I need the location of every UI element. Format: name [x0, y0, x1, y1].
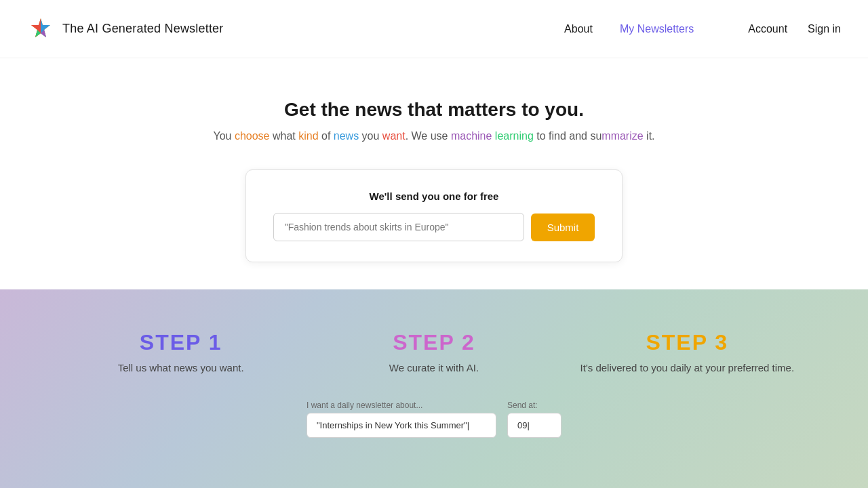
steps-row: STEP 1 Tell us what news you want. STEP …	[0, 330, 868, 373]
step-1-number: STEP 1	[54, 330, 307, 355]
hero-subtitle: You choose what kind of news you want. W…	[27, 130, 841, 142]
step-1: STEP 1 Tell us what news you want.	[54, 330, 307, 373]
step-3-number: STEP 3	[561, 330, 814, 355]
step-1-desc: Tell us what news you want.	[54, 362, 307, 373]
subtitle-kind: kind	[298, 130, 318, 142]
nav: About My Newsletters	[564, 23, 694, 35]
logo-icon	[27, 16, 54, 43]
logo-link[interactable]: The AI Generated Newsletter	[27, 16, 224, 43]
card-label: We'll send you one for free	[273, 190, 595, 202]
step-3: STEP 3 It's delivered to you daily at yo…	[561, 330, 814, 373]
demo-newsletter-field: I want a daily newsletter about...	[307, 401, 496, 438]
topic-input[interactable]	[273, 213, 524, 241]
subtitle-want: want	[382, 130, 406, 142]
logo-title: The AI Generated Newsletter	[62, 22, 224, 36]
demo-time-input[interactable]	[507, 413, 561, 438]
subtitle-choose: choose	[235, 130, 270, 142]
signin-link[interactable]: Sign in	[808, 23, 841, 35]
hero-section: Get the news that matters to you. You ch…	[0, 58, 868, 289]
demo-row: I want a daily newsletter about... Send …	[252, 401, 616, 438]
nav-my-newsletters[interactable]: My Newsletters	[620, 23, 694, 35]
demo-newsletter-input[interactable]	[307, 413, 496, 438]
demo-time-label: Send at:	[507, 401, 561, 410]
submit-button[interactable]: Submit	[531, 214, 595, 241]
demo-newsletter-label: I want a daily newsletter about...	[307, 401, 496, 410]
subtitle-summarize: mmarize	[601, 130, 643, 142]
steps-section: STEP 1 Tell us what news you want. STEP …	[0, 289, 868, 488]
step-2-number: STEP 2	[307, 330, 560, 355]
hero-title: Get the news that matters to you.	[27, 99, 841, 121]
nav-about[interactable]: About	[564, 23, 593, 35]
step-2: STEP 2 We curate it with AI.	[307, 330, 560, 373]
input-row: Submit	[273, 213, 595, 241]
header: The AI Generated Newsletter About My New…	[0, 0, 868, 58]
demo-time-field: Send at:	[507, 401, 561, 438]
step-2-desc: We curate it with AI.	[307, 362, 560, 373]
subtitle-learning: learning	[495, 130, 534, 142]
subscription-card: We'll send you one for free Submit	[245, 169, 623, 262]
step-3-desc: It's delivered to you daily at your pref…	[561, 362, 814, 373]
subtitle-news: news	[334, 130, 359, 142]
account-link[interactable]: Account	[748, 23, 787, 35]
subtitle-machine: machine	[451, 130, 492, 142]
header-actions: Account Sign in	[748, 23, 841, 35]
